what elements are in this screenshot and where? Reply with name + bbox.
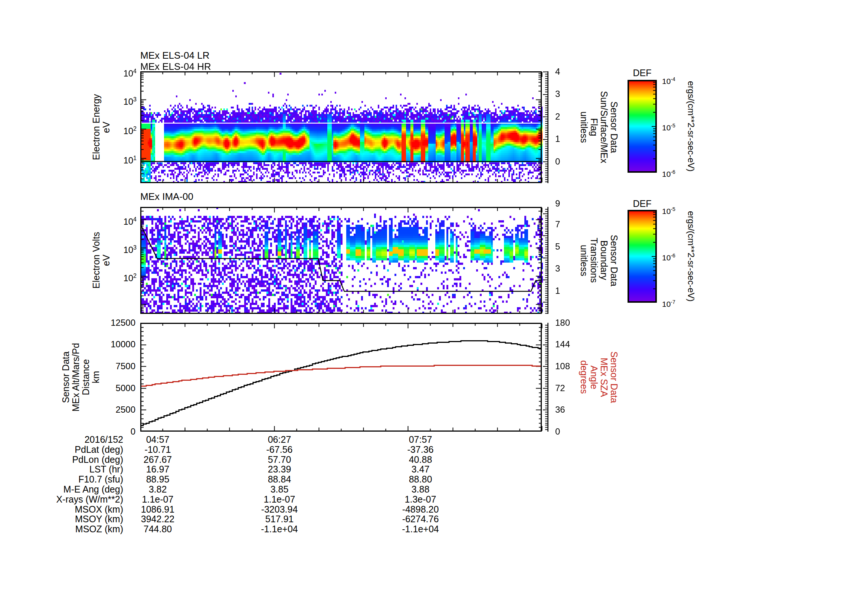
table-cell: 1.1e-07 [231, 494, 328, 504]
panel3_right-tick: 72 [555, 383, 615, 393]
colorbar-els-canvas [628, 80, 657, 173]
table-cell: 88.84 [231, 474, 328, 484]
panel3_left-tick: 7500 [61, 361, 135, 372]
panel3_left-tick: 2500 [61, 404, 135, 415]
panel3_left-tick: 12500 [61, 317, 135, 328]
panel3_left-tick: 5000 [61, 383, 135, 393]
panel2_right-tick: 1 [555, 286, 615, 296]
panel3_right-tick: 36 [555, 404, 615, 415]
panel1_right-tick: 1 [555, 134, 615, 144]
ima-spectrogram-canvas [140, 207, 556, 314]
table-cell: 1.1e-07 [110, 494, 206, 504]
panel1_left-tick: 101 [62, 153, 136, 163]
table-cell: 88.80 [372, 474, 469, 484]
table-cell: 3.85 [231, 484, 328, 494]
table-cell: -67.56 [231, 445, 328, 455]
panel3_right-tick: 144 [555, 339, 615, 350]
table-cell: 57.70 [231, 455, 328, 465]
colorbar1-title: DEF [628, 68, 657, 78]
table-cell: 3.47 [372, 464, 469, 474]
colorbar-ima-canvas [628, 210, 657, 303]
plot-page: MEx ELS-04 LR MEx ELS-04 HR MEx IMA-00 E… [0, 0, 868, 614]
table-cell: -4898.20 [372, 504, 469, 515]
panel2_left-tick: 104 [62, 215, 136, 225]
table-cell: -10.71 [110, 445, 206, 455]
colorbar2-tick: 10-7 [662, 297, 707, 307]
colorbar2-title: DEF [628, 198, 657, 209]
table-cell: 88.95 [110, 474, 206, 484]
panel2_left-tick: 102 [62, 271, 136, 281]
colorbar2-tick: 10-5 [662, 204, 707, 215]
table-cell: -1.1e+04 [231, 524, 328, 534]
colorbar2-tick: 10-6 [662, 250, 707, 261]
table-cell: 3942.22 [110, 514, 206, 524]
table-cell: 267.67 [110, 455, 206, 465]
panel1-title-line2: MEx ELS-04 HR [140, 61, 211, 72]
panel1_left-tick: 104 [62, 66, 136, 76]
panel3_right-tick: 180 [555, 317, 615, 328]
altitude-sza-plot-canvas [140, 323, 556, 432]
table-cell: 1.3e-07 [372, 494, 469, 504]
panel2_right-tick: 5 [555, 241, 615, 252]
time-axis-label: 06:27 [231, 435, 328, 445]
table-cell: 23.39 [231, 464, 328, 474]
panel1_left-tick: 103 [62, 94, 136, 105]
panel3_left-tick: 10000 [61, 339, 135, 350]
time-axis-label: 04:57 [110, 435, 206, 445]
colorbar1-tick: 10-5 [662, 120, 707, 131]
panel2_right-tick: 7 [555, 219, 615, 230]
table-cell: 3.88 [372, 484, 469, 494]
panel2-title: MEx IMA-00 [140, 191, 193, 202]
panel1_right-tick: 3 [555, 89, 615, 99]
panel1_right-tick: 0 [555, 156, 615, 167]
table-cell: 744.80 [110, 524, 206, 534]
panel1_left-tick: 102 [62, 124, 136, 134]
panel1_right-tick: 4 [555, 67, 615, 77]
colorbar1-tick: 10-4 [662, 74, 707, 84]
els-spectrogram-canvas [140, 72, 556, 183]
table-cell: -3203.94 [231, 504, 328, 515]
time-axis-label: 07:57 [372, 435, 469, 445]
table-cell: 1086.91 [110, 504, 206, 515]
table-cell: 3.82 [110, 484, 206, 494]
table-cell: -1.1e+04 [372, 524, 469, 534]
panel3_right-tick: 0 [555, 426, 615, 437]
panel1-title-line1: MEx ELS-04 LR [140, 50, 209, 61]
panel1_right-tick: 2 [555, 112, 615, 122]
colorbar1-tick: 10-6 [662, 167, 707, 177]
table-cell: 40.88 [372, 455, 469, 465]
panel2_right-tick: 9 [555, 198, 615, 209]
table-cell: -6274.76 [372, 514, 469, 524]
panel2_left-tick: 103 [62, 242, 136, 253]
table-cell: 16.97 [110, 464, 206, 474]
table-cell: -37.36 [372, 445, 469, 455]
panel2_right-tick: 3 [555, 263, 615, 274]
table-cell: 517.91 [231, 514, 328, 524]
panel3_right-tick: 108 [555, 361, 615, 372]
